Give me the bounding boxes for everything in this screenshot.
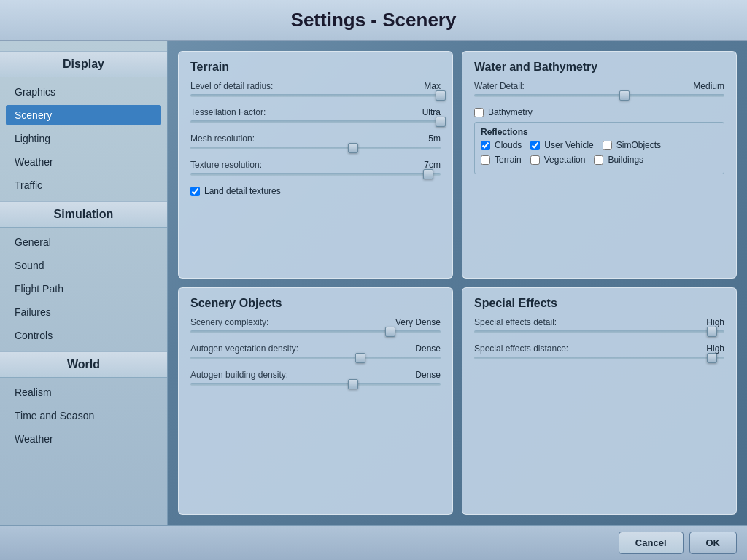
water-title: Water and Bathymetry [474, 61, 724, 74]
checkbox-label: User Vehicle [544, 140, 593, 150]
sidebar-item-sound[interactable]: Sound [0, 255, 167, 276]
slider-track[interactable] [190, 330, 441, 333]
checkbox-label: Bathymetry [488, 107, 533, 117]
sidebar-item-graphics[interactable]: Graphics [0, 82, 167, 102]
slider-row: Texture resolution:7cm [190, 160, 441, 176]
reflections-title: Reflections [481, 127, 718, 137]
sidebar-item-weather[interactable]: Weather [0, 152, 167, 172]
special-effects-title: Special Effects [474, 297, 724, 310]
sidebar-item-controls[interactable]: Controls [0, 325, 167, 346]
checkbox-simobjects[interactable] [603, 141, 612, 150]
slider-thumb[interactable] [348, 379, 358, 389]
checkbox-row: SimObjects [603, 140, 661, 150]
slider-value: Ultra [422, 107, 441, 117]
slider-thumb[interactable] [436, 90, 446, 101]
checkbox-row: Bathymetry [474, 107, 724, 117]
checkbox-label: SimObjects [616, 140, 661, 150]
sidebar-section-header: Display [0, 51, 167, 77]
slider-thumb[interactable] [385, 327, 395, 337]
checkbox-row: Clouds [481, 140, 522, 150]
checkbox-clouds[interactable] [481, 141, 490, 150]
slider-value: High [706, 343, 724, 354]
checkbox-row: Terrain [481, 155, 522, 165]
slider-thumb[interactable] [436, 117, 446, 127]
sidebar-item-failures[interactable]: Failures [0, 302, 167, 322]
checkbox-row: Land detail textures [190, 186, 441, 196]
slider-thumb[interactable] [423, 169, 433, 179]
sidebar-section-header: World [0, 351, 167, 378]
slider-track[interactable] [190, 383, 441, 386]
sidebar-item-time-and-season[interactable]: Time and Season [0, 405, 167, 426]
slider-label: Autogen building density: [190, 370, 288, 380]
slider-track[interactable] [474, 357, 724, 359]
checkbox-terrain[interactable] [481, 155, 490, 165]
slider-track[interactable] [190, 357, 441, 359]
reflections-group: ReflectionsCloudsUser VehicleSimObjectsT… [474, 122, 724, 174]
water-panel: Water and Bathymetry Water Detail:Medium… [462, 51, 737, 279]
checkbox-row: Buildings [594, 155, 643, 165]
slider-row: Scenery complexity:Very Dense [190, 317, 441, 333]
slider-track[interactable] [190, 147, 441, 149]
slider-row: Autogen building density:Dense [190, 370, 441, 386]
checkbox-land-detail-textures[interactable] [190, 187, 200, 196]
slider-thumb[interactable] [619, 90, 630, 101]
checkbox-vegetation[interactable] [530, 155, 540, 165]
sidebar-item-scenery[interactable]: Scenery [6, 105, 161, 125]
reflections-row2: TerrainVegetationBuildings [481, 155, 718, 169]
sidebar-item-general[interactable]: General [0, 232, 167, 252]
slider-label: Water Detail: [474, 81, 525, 91]
slider-value: Dense [415, 370, 441, 380]
slider-label: Autogen vegetation density: [190, 343, 298, 354]
checkbox-user-vehicle[interactable] [530, 141, 540, 150]
slider-label: Special effects distance: [474, 343, 568, 354]
slider-row: Water Detail:Medium [474, 81, 724, 97]
slider-value: Max [424, 81, 441, 91]
slider-row: Mesh resolution:5m [190, 133, 441, 149]
slider-label: Scenery complexity: [190, 317, 268, 327]
sidebar-item-traffic[interactable]: Traffic [0, 175, 167, 195]
slider-value: Medium [693, 81, 724, 91]
scenery-objects-title: Scenery Objects [190, 297, 441, 310]
checkbox-label: Land detail textures [204, 186, 281, 196]
slider-row: Special effects detail:High [474, 317, 724, 333]
sidebar-item-lighting[interactable]: Lighting [0, 128, 167, 149]
checkbox-bathymetry[interactable] [474, 108, 484, 117]
ok-button[interactable]: OK [689, 532, 738, 554]
slider-row: Tessellation Factor:Ultra [190, 107, 441, 123]
slider-value: 7cm [424, 160, 441, 170]
sidebar: DisplayGraphicsSceneryLightingWeatherTra… [0, 41, 168, 525]
terrain-title: Terrain [190, 61, 441, 74]
terrain-panel: Terrain Level of detail radius:MaxTessel… [178, 51, 453, 279]
slider-value: High [706, 317, 724, 327]
slider-label: Texture resolution: [190, 160, 262, 170]
slider-row: Special effects distance:High [474, 343, 724, 359]
slider-track[interactable] [474, 330, 724, 333]
slider-thumb[interactable] [355, 353, 365, 363]
slider-thumb[interactable] [348, 143, 358, 153]
slider-label: Level of detail radius: [190, 81, 273, 91]
checkbox-row: Vegetation [530, 155, 586, 165]
sidebar-item-realism[interactable]: Realism [0, 382, 167, 402]
panel-area: Terrain Level of detail radius:MaxTessel… [168, 41, 747, 525]
page-title: Settings - Scenery [0, 0, 747, 41]
cancel-button[interactable]: Cancel [619, 532, 684, 554]
slider-thumb[interactable] [707, 353, 717, 363]
slider-label: Special effects detail: [474, 317, 557, 327]
slider-value: Dense [415, 343, 441, 354]
slider-track[interactable] [474, 94, 724, 97]
slider-thumb[interactable] [707, 327, 717, 337]
slider-track[interactable] [190, 173, 441, 176]
slider-row: Level of detail radius:Max [190, 81, 441, 97]
special-effects-panel: Special Effects Special effects detail:H… [462, 287, 737, 515]
sidebar-item-weather[interactable]: Weather [0, 429, 167, 449]
slider-track[interactable] [190, 94, 441, 97]
checkbox-label: Vegetation [544, 155, 586, 165]
sidebar-item-flight-path[interactable]: Flight Path [0, 279, 167, 299]
checkbox-buildings[interactable] [594, 155, 603, 165]
bottom-bar: Cancel OK [0, 525, 747, 560]
slider-value: 5m [428, 133, 441, 144]
checkbox-label: Clouds [495, 140, 522, 150]
slider-track[interactable] [190, 120, 441, 123]
sidebar-section-header: Simulation [0, 201, 167, 228]
checkbox-row: User Vehicle [530, 140, 593, 150]
